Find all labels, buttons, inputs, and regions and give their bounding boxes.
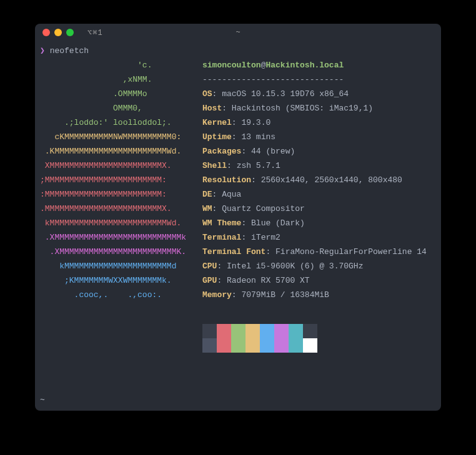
color-swatch	[245, 338, 260, 353]
info-label: GPU	[202, 276, 217, 285]
color-swatch	[217, 338, 231, 353]
color-swatch	[303, 324, 317, 338]
hostname: Hackintosh.local	[265, 61, 344, 70]
info-row: Terminal: iTerm2	[202, 230, 427, 245]
info-value: 13 mins	[241, 132, 275, 142]
color-swatch	[274, 324, 289, 338]
info-value: zsh 5.7.1	[237, 161, 280, 170]
info-row: WM: Quartz Compositor	[202, 202, 427, 216]
info-row: Shell: zsh 5.7.1	[202, 159, 427, 173]
color-swatch	[260, 338, 274, 353]
info-row: Uptime: 13 mins	[202, 130, 427, 144]
info-row: Host: Hackintosh (SMBIOS: iMac19,1)	[202, 101, 427, 115]
info-label: Terminal Font	[202, 247, 265, 257]
color-swatch	[303, 338, 317, 353]
terminal-content[interactable]: ❯ neofetch 'c. ,xNMM. .OMMMMo OMMM0, .;l…	[35, 41, 441, 411]
color-swatches	[202, 324, 427, 353]
titlebar: ⌥⌘1 ~	[35, 24, 441, 41]
info-value: Quartz Compositor	[222, 204, 305, 213]
info-row: Kernel: 19.3.0	[202, 115, 427, 130]
color-swatch	[289, 324, 303, 338]
info-label: WM	[202, 204, 212, 213]
traffic-lights	[42, 29, 74, 36]
info-row: WM Theme: Blue (Dark)	[202, 216, 427, 230]
info-row: Resolution: 2560x1440, 2560x1440, 800x48…	[202, 173, 427, 187]
info-row: DE: Aqua	[202, 187, 427, 202]
command-line: ❯ neofetch	[40, 44, 436, 58]
info-label: Kernel	[202, 118, 232, 127]
info-value: 19.3.0	[241, 118, 270, 127]
info-label: CPU	[202, 262, 217, 271]
color-swatch	[217, 324, 231, 338]
info-label: Shell	[202, 161, 227, 170]
info-value: Radeon RX 5700 XT	[227, 276, 310, 285]
minimize-icon[interactable]	[54, 29, 62, 36]
info-value: Intel i5-9600K (6) @ 3.70GHz	[227, 262, 363, 271]
color-swatch	[202, 324, 217, 338]
info-row: CPU: Intel i5-9600K (6) @ 3.70GHz	[202, 259, 427, 273]
info-value: macOS 10.15.3 19D76 x86_64	[222, 89, 349, 99]
info-label: Uptime	[202, 132, 232, 142]
info-label: OS	[202, 89, 212, 99]
info-label: DE	[202, 190, 212, 199]
close-icon[interactable]	[42, 29, 50, 36]
info-label: Host	[202, 104, 222, 113]
command-text: neofetch	[50, 46, 89, 56]
info-value: Blue (Dark)	[251, 218, 305, 228]
info-row: Packages: 44 (brew)	[202, 144, 427, 159]
info-value: 44 (brew)	[251, 147, 295, 156]
terminal-window: ⌥⌘1 ~ ❯ neofetch 'c. ,xNMM. .OMMMMo OMMM…	[35, 24, 441, 411]
color-swatch	[289, 338, 303, 353]
color-swatch	[260, 324, 274, 338]
status-line: ~	[40, 393, 45, 407]
info-value: 7079MiB / 16384MiB	[241, 290, 329, 300]
info-label: WM Theme	[202, 218, 241, 228]
prompt-symbol: ❯	[40, 46, 45, 56]
color-swatch	[231, 324, 245, 338]
info-row: OS: macOS 10.15.3 19D76 x86_64	[202, 87, 427, 101]
neofetch-logo: 'c. ,xNMM. .OMMMMo OMMM0, .;loddo:' lool…	[40, 58, 202, 302]
info-value: iTerm2	[251, 233, 280, 242]
zoom-icon[interactable]	[66, 29, 74, 36]
info-label: Packages	[202, 147, 241, 156]
info-row: Memory: 7079MiB / 16384MiB	[202, 288, 427, 302]
titlebar-left-text: ⌥⌘1	[87, 28, 103, 37]
info-label: Memory	[202, 290, 232, 300]
username: simoncoulton	[202, 61, 261, 70]
color-swatch	[231, 338, 245, 353]
divider: -----------------------------	[202, 72, 427, 87]
info-value: 2560x1440, 2560x1440, 800x480	[261, 175, 402, 185]
info-value: FiraMono-RegularForPowerline 14	[275, 247, 427, 257]
color-swatch	[245, 324, 260, 338]
info-row: GPU: Radeon RX 5700 XT	[202, 273, 427, 288]
info-row: Terminal Font: FiraMono-RegularForPowerl…	[202, 245, 427, 259]
info-value: Aqua	[222, 190, 241, 199]
identity-line: simoncoulton@Hackintosh.local	[202, 58, 427, 72]
color-swatch	[274, 338, 289, 353]
color-swatch	[202, 338, 217, 353]
info-label: Resolution	[202, 175, 251, 185]
titlebar-title: ~	[236, 28, 240, 37]
neofetch-info: simoncoulton@Hackintosh.local-----------…	[202, 58, 427, 353]
info-label: Terminal	[202, 233, 241, 242]
info-value: Hackintosh (SMBIOS: iMac19,1)	[232, 104, 373, 113]
